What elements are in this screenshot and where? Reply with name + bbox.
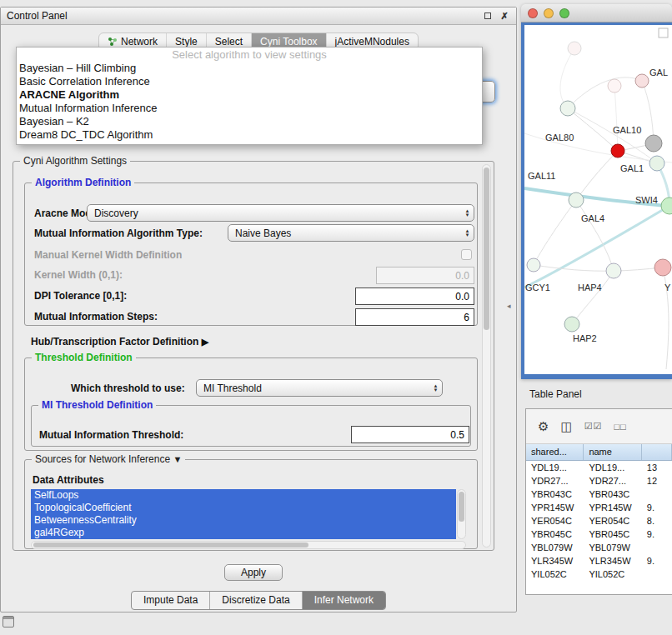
network-node[interactable] — [661, 198, 672, 214]
mi-type-label: Mutual Information Algorithm Type: — [34, 228, 203, 239]
table-cell — [642, 568, 672, 581]
sources-group-title[interactable]: Sources for Network Inference ▼ — [32, 453, 185, 465]
table-cell: YDL19... — [584, 461, 641, 474]
dropdown-item-basic-correlation-inference[interactable]: Basic Correlation Inference — [17, 75, 482, 88]
table-cell: YBR043C — [526, 488, 584, 501]
table-cell: YBR043C — [584, 488, 641, 501]
network-node[interactable] — [560, 101, 575, 116]
panel-collapse-handle-icon[interactable]: ◂ — [507, 302, 511, 310]
network-node-label: GAL — [649, 68, 668, 78]
table-cell: YER054C — [526, 514, 584, 528]
attr-item-betweennesscentrality[interactable]: BetweennessCentrality — [31, 514, 456, 527]
scroll-thumb[interactable] — [33, 542, 308, 548]
network-node[interactable] — [635, 74, 649, 88]
mac-minimize-button[interactable] — [544, 8, 554, 18]
network-node[interactable] — [645, 135, 662, 152]
table-cell: YBL079W — [584, 541, 641, 554]
network-node[interactable] — [654, 259, 671, 276]
tab-label: Network — [121, 36, 158, 48]
aracne-mode-combo[interactable]: Discovery ▲▼ — [87, 204, 474, 222]
network-edge — [534, 200, 576, 265]
table-row[interactable]: YBL079WYBL079W — [526, 541, 672, 554]
data-attributes-list[interactable]: SelfLoopsTopologicalCoefficientBetweenne… — [31, 489, 456, 539]
network-node[interactable] — [606, 263, 621, 278]
close-icon[interactable]: ✗ — [499, 10, 510, 22]
scroll-thumb[interactable] — [459, 492, 464, 522]
mi-threshold-field[interactable] — [351, 426, 469, 443]
table-cell: 9. — [642, 528, 672, 541]
mi-threshold-definition-title: MI Threshold Definition — [38, 399, 156, 411]
network-node[interactable] — [611, 144, 624, 158]
table-row[interactable]: YBR043CYBR043C — [526, 488, 672, 501]
column-header-shared[interactable]: shared... — [526, 444, 584, 460]
dropdown-item-aracne-algorithm[interactable]: ARACNE Algorithm — [17, 88, 482, 102]
hub-definition-toggle[interactable]: Hub/Transcription Factor Definition ▶ — [31, 336, 208, 348]
attr-list-vscrollbar[interactable] — [457, 489, 466, 539]
network-node[interactable] — [649, 156, 664, 171]
table-row[interactable]: YPR145WYPR145W9. — [526, 501, 672, 514]
table-row[interactable]: YER054CYER054C8. — [526, 514, 672, 528]
dropdown-placeholder: Select algorithm to view settings — [17, 48, 482, 62]
column-header-name[interactable]: name — [584, 444, 641, 460]
network-scroll-corner — [659, 28, 668, 38]
attr-list-hscrollbar[interactable] — [31, 541, 466, 549]
manual-kernel-checkbox[interactable] — [461, 249, 472, 260]
network-node[interactable] — [568, 42, 581, 55]
table-cell: YBR045C — [526, 528, 584, 541]
mi-steps-field[interactable] — [355, 308, 474, 326]
deselect-all-checkbox-icon[interactable]: □□ — [614, 422, 626, 432]
chevron-down-icon: ▼ — [173, 454, 182, 464]
combo-arrows-icon: ▲▼ — [461, 229, 474, 238]
column-header-extra[interactable] — [642, 444, 672, 460]
table-cell: YBR045C — [584, 528, 641, 541]
attr-item-topologicalcoefficient[interactable]: TopologicalCoefficient — [31, 502, 456, 514]
table-cell: 13 — [642, 461, 672, 474]
bottom-tab-infer-network[interactable]: Infer Network — [302, 592, 385, 609]
apply-button[interactable]: Apply — [224, 564, 283, 581]
control-panel-titlebar: Control Panel ✗ — [1, 8, 516, 25]
tab-label: Select — [215, 36, 243, 48]
select-all-checkbox-icon[interactable]: ☑☑ — [584, 421, 603, 432]
table-row[interactable]: YBR045CYBR045C9. — [526, 528, 672, 541]
table-cell: YPR145W — [584, 501, 641, 514]
network-node-label: GAL80 — [545, 132, 574, 142]
network-node-label: SWI4 — [635, 195, 658, 205]
table-row[interactable]: YLR345WYLR345W9. — [526, 554, 672, 568]
network-graph-canvas[interactable]: GALGAL80GAL10GAL11GAL1SWI4GAL4GCY1HAP4YH… — [524, 25, 672, 374]
table-row[interactable]: YDL19...YDL19...13 — [526, 461, 672, 474]
dpi-tolerance-field[interactable] — [355, 288, 474, 305]
network-edge — [576, 200, 614, 271]
table-cell — [642, 488, 672, 501]
network-node-label: GCY1 — [525, 282, 550, 292]
network-node[interactable] — [564, 317, 579, 332]
network-node[interactable] — [608, 79, 621, 92]
mac-zoom-button[interactable] — [559, 8, 569, 18]
network-node-label: GAL11 — [528, 171, 555, 181]
mi-type-combo[interactable]: Naive Bayes ▲▼ — [228, 224, 474, 242]
bottom-tab-discretize-data[interactable]: Discretize Data — [209, 592, 301, 609]
bottom-tab-impute-data[interactable]: Impute Data — [132, 592, 209, 609]
kernel-width-field[interactable] — [376, 267, 474, 284]
mac-close-button[interactable] — [528, 8, 538, 18]
dropdown-item-bayesian-hill-climbing[interactable]: Bayesian – Hill Climbing — [17, 62, 482, 75]
network-node-label: HAP4 — [578, 282, 602, 292]
attr-item-selfloops[interactable]: SelfLoops — [31, 489, 456, 502]
scroll-thumb[interactable] — [484, 168, 489, 330]
network-node[interactable] — [527, 258, 540, 272]
which-threshold-combo[interactable]: MI Threshold ▲▼ — [196, 379, 443, 397]
dropdown-item-dream8-dc-tdc-algorithm[interactable]: Dream8 DC_TDC Algorithm — [17, 128, 482, 142]
settings-gear-icon[interactable]: ⚙ — [538, 419, 549, 434]
dropdown-item-mutual-information-inference[interactable]: Mutual Information Inference — [17, 102, 482, 115]
float-window-icon[interactable] — [482, 10, 494, 22]
table-row[interactable]: YIL052CYIL052C — [526, 568, 672, 581]
minimized-panel-icon[interactable] — [3, 616, 14, 628]
manual-kernel-label: Manual Kernel Width Definition — [34, 249, 182, 261]
dropdown-item-bayesian-k2[interactable]: Bayesian – K2 — [17, 115, 482, 128]
column-layout-icon[interactable]: ◫ — [560, 419, 572, 434]
settings-vscrollbar[interactable] — [482, 164, 491, 548]
network-node[interactable] — [569, 192, 584, 208]
attr-item-gal4rgexp[interactable]: gal4RGexp — [31, 527, 456, 539]
network-window-titlebar — [521, 4, 672, 22]
table-row[interactable]: YDR27...YDR27...12 — [526, 474, 672, 488]
table-cell — [642, 541, 672, 554]
